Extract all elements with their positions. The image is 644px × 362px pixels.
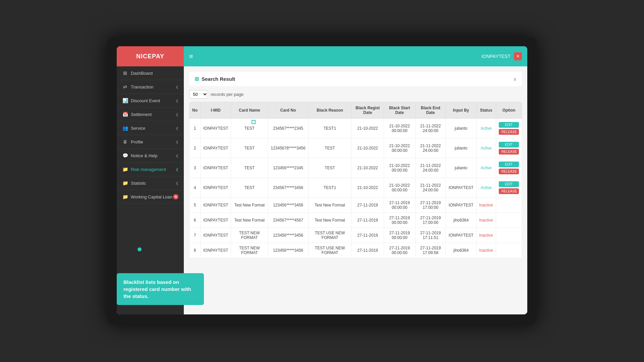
sidebar-item-statistic[interactable]: 📁 Statistic ❮ (117, 176, 184, 190)
cell-input-by: julianto (446, 158, 476, 178)
cell-card-name: TEST (231, 158, 268, 178)
tooltip-box: Blacklist lists based on registered card… (117, 273, 204, 305)
cell-regist-date: 27-11-2019 (352, 198, 384, 213)
cell-imid: IONPAYTEST (201, 243, 231, 258)
cell-status: Inactive (476, 198, 496, 213)
cell-status: Inactive (476, 228, 496, 243)
search-result-title-container: ⊞ Search Result (195, 76, 235, 82)
cell-end-date: 21-11-202224:00:00 (415, 138, 446, 158)
cell-black-reason: TEST1 (308, 178, 352, 198)
sidebar-item-settlement[interactable]: 📅 Settlement ❮ (117, 108, 184, 121)
option-buttons: EDIT RELEASE (499, 181, 519, 195)
statistic-chevron-icon: ❮ (176, 181, 178, 185)
option-buttons: EDIT RELEASE (499, 141, 519, 155)
sidebar-item-discount-event[interactable]: 📊 Discount Event ❮ (117, 94, 184, 108)
blacklist-table: No I-MID Card Name Card No Black Reason … (189, 102, 522, 258)
cell-no: 3 (190, 158, 201, 178)
col-black-regist-date: Black Regist Date (352, 102, 384, 119)
working-capital-icon: 📁 (122, 194, 128, 199)
sidebar-item-working-capital[interactable]: 📁 Working Capital Loan N (117, 190, 184, 204)
cell-imid: IONPAYTEST (201, 178, 231, 198)
table-controls: 10 25 50 100 records per page (189, 90, 522, 99)
cell-status: Inactive (476, 243, 496, 258)
release-button[interactable]: RELEASE (499, 149, 519, 155)
edit-button[interactable]: EDIT (499, 181, 519, 187)
edit-button[interactable]: EDIT (499, 122, 519, 128)
settlement-chevron-icon: ❮ (176, 113, 178, 116)
cell-regist-date: 27-11-2019 (352, 228, 384, 243)
sidebar-item-risk-management[interactable]: 📁 Risk management ❮ (117, 163, 184, 176)
sidebar-label-notice-help: Notice & Help (131, 153, 157, 158)
app-logo: NICEPAY (117, 46, 184, 66)
sidebar-item-transaction[interactable]: ⇄ Transaction ❮ (117, 80, 184, 94)
service-icon: 👥 (122, 125, 128, 131)
table-row: 4 IONPAYTEST TEST 234567*****3456 TEST1 … (190, 178, 522, 198)
sidebar-item-service[interactable]: 👥 Service ❮ (117, 121, 184, 135)
cell-card-name: TEST NEW FORMAT (231, 243, 268, 258)
cell-option: EDIT RELEASE (496, 138, 522, 158)
cell-card-name: TEST (231, 138, 268, 158)
cell-black-reason: TEST USE NEW FORMAT (308, 243, 352, 258)
edit-button[interactable]: EDIT (499, 142, 519, 147)
table-body: 1 IONPAYTEST TEST 234567*****2345 TEST1 … (190, 119, 522, 258)
cell-end-date: 27-11-201917:00:00 (415, 213, 446, 228)
records-per-page-select[interactable]: 10 25 50 100 (189, 90, 208, 99)
cell-input-by: IONPAYTEST (446, 228, 476, 243)
profile-chevron-icon: ❮ (176, 140, 178, 144)
cell-no: 2 (190, 138, 201, 158)
cell-imid: IONPAYTEST (201, 158, 231, 178)
cell-imid: IONPAYTEST (201, 198, 231, 213)
cell-start-date: 21-10-202200:00:00 (384, 158, 415, 178)
cell-card-no: 234567*****4567 (268, 213, 308, 228)
discount-chevron-icon: ❮ (176, 99, 178, 103)
risk-chevron-icon: ❮ (176, 168, 178, 171)
sidebar-item-notice-help[interactable]: 💬 Notice & Help ❮ (117, 149, 184, 163)
close-button[interactable]: ✕ (514, 52, 522, 60)
cell-regist-date: 21-10-2022 (352, 138, 384, 158)
sidebar-label-settlement: Settlement (131, 112, 152, 117)
col-card-name: Card Name (231, 102, 268, 119)
cell-status: Active (476, 138, 496, 158)
col-input-by: Input By (446, 102, 476, 119)
sidebar-label-service: Service (131, 126, 145, 131)
release-button[interactable]: RELEASE (499, 188, 519, 194)
cell-card-name: TEST NEW FORMAT (231, 228, 268, 243)
cell-start-date: 21-10-202200:00:00 (384, 178, 415, 198)
edit-button[interactable]: EDIT (499, 162, 519, 167)
sidebar-item-dashboard[interactable]: ⊞ DashBoard (117, 66, 184, 80)
cell-option (496, 213, 522, 228)
cell-input-by: IONPAYTEST (446, 178, 476, 198)
tooltip-text: Blacklist lists based on registered card… (123, 279, 191, 299)
new-badge: N (173, 194, 178, 199)
table-row: 7 IONPAYTEST TEST NEW FORMAT 123456*****… (190, 228, 522, 243)
cell-imid: IONPAYTEST (201, 138, 231, 158)
release-button[interactable]: RELEASE (499, 129, 519, 135)
collapse-button[interactable]: ∨ (513, 76, 517, 82)
notice-chevron-icon: ❮ (176, 154, 178, 158)
release-button[interactable]: RELEASE (499, 169, 519, 174)
col-imid: I-MID (201, 102, 231, 119)
cell-start-date: 27-11-201900:00:00 (384, 228, 415, 243)
cell-imid: IONPAYTEST (201, 228, 231, 243)
cell-card-no: 123456*****3456 (268, 198, 308, 213)
cell-card-name: Test New Format (231, 213, 268, 228)
cell-regist-date: 21-10-2022 (352, 119, 384, 138)
cell-start-date: 27-11-201900:00:00 (384, 198, 415, 213)
status-badge: Inactive (479, 203, 493, 207)
cell-status: Active (476, 178, 496, 198)
sidebar-label-profile: Profile (131, 139, 143, 144)
status-badge: Active (481, 185, 492, 190)
search-result-header: ⊞ Search Result ∨ (189, 72, 522, 86)
cell-end-date: 21-11-202224:00:00 (415, 178, 446, 198)
cell-card-no: 234567*****2345 (268, 119, 308, 138)
cell-card-name: TEST (231, 178, 268, 198)
menu-toggle-icon[interactable]: ≡ (189, 53, 193, 60)
cell-black-reason: TEST USE NEW FORMAT (308, 228, 352, 243)
sidebar-item-profile[interactable]: 🖥 Profile ❮ (117, 135, 184, 149)
cell-black-reason: Test New Format (308, 198, 352, 213)
dashboard-icon: ⊞ (122, 70, 128, 76)
blacklist-table-wrapper: No I-MID Card Name Card No Black Reason … (189, 102, 522, 258)
cell-regist-date: 21-10-2022 (352, 158, 384, 178)
cell-start-date: 27-11-201900:00:00 (384, 243, 415, 258)
sidebar-label-working-capital: Working Capital Loan (131, 194, 172, 199)
